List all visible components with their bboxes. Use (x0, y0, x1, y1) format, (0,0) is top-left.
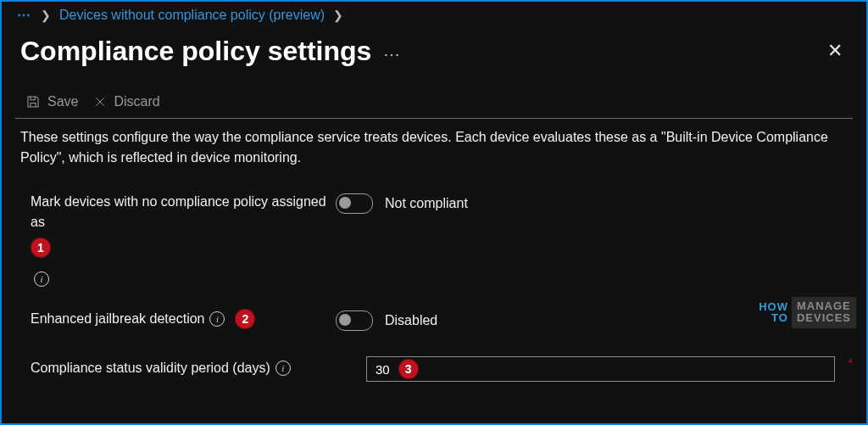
breadcrumb-ellipsis[interactable]: ⋯ (17, 7, 32, 23)
discard-icon (93, 95, 107, 109)
breadcrumb-link[interactable]: Devices without compliance policy (previ… (59, 8, 325, 23)
save-button[interactable]: Save (25, 94, 78, 109)
setting-jailbreak: Enhanced jailbreak detection i 2 Disable… (31, 309, 848, 331)
page-title: Compliance policy settings (20, 36, 371, 67)
validity-input[interactable]: 30 3 (366, 356, 835, 382)
save-label: Save (47, 94, 78, 109)
callout-badge-2: 2 (235, 309, 255, 329)
chevron-right-icon: ❯ (41, 8, 51, 22)
toggle-value: Not compliant (385, 196, 468, 211)
setting-label: Mark devices with no compliance policy a… (31, 192, 336, 232)
setting-mark-devices: Mark devices with no compliance policy a… (31, 192, 848, 287)
toolbar: Save Discard (2, 67, 866, 118)
callout-badge-1: 1 (31, 238, 51, 258)
discard-button[interactable]: Discard (93, 94, 159, 109)
toggle-value: Disabled (385, 313, 437, 328)
info-icon[interactable]: i (275, 361, 291, 376)
discard-label: Discard (114, 94, 159, 109)
input-value: 30 (376, 362, 390, 377)
breadcrumb: ⋯ ❯ Devices without compliance policy (p… (2, 2, 866, 23)
info-icon[interactable]: i (209, 311, 225, 327)
save-icon (25, 94, 41, 109)
toggle-jailbreak[interactable] (336, 310, 373, 331)
title-more-icon[interactable]: ⋯ (383, 44, 402, 64)
setting-label: Enhanced jailbreak detection (31, 309, 204, 329)
required-indicator: * (849, 356, 853, 370)
toggle-mark-devices[interactable] (336, 193, 373, 214)
setting-validity: Compliance status validity period (days)… (31, 355, 848, 382)
close-icon[interactable]: ✕ (822, 35, 848, 67)
description-text: These settings configure the way the com… (2, 119, 866, 171)
chevron-right-icon: ❯ (333, 8, 343, 22)
setting-label: Compliance status validity period (days) (31, 358, 270, 378)
info-icon[interactable]: i (34, 271, 49, 287)
callout-badge-3: 3 (398, 359, 419, 379)
